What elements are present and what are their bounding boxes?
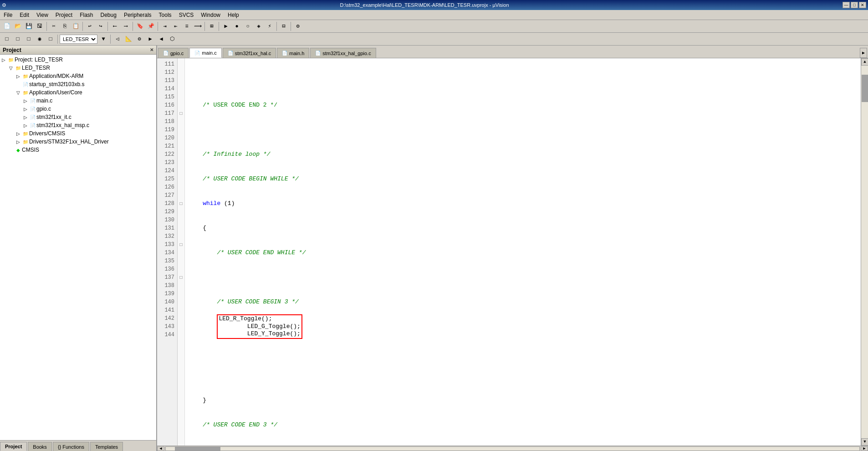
it-c-expand-icon: ▷ bbox=[22, 113, 29, 121]
tb2-btn11[interactable]: ⬡ bbox=[167, 34, 177, 44]
save-btn[interactable]: 💾 bbox=[24, 21, 34, 31]
tb2-btn8[interactable]: ⚙ bbox=[134, 34, 144, 44]
tree-label-project: Project: LED_TESR bbox=[15, 56, 156, 63]
open-btn[interactable]: 📂 bbox=[13, 21, 23, 31]
menu-item-tools[interactable]: Tools bbox=[155, 10, 175, 20]
tab-books[interactable]: Books bbox=[28, 442, 52, 451]
tb2-btn2[interactable]: □ bbox=[13, 34, 23, 44]
menu-item-help[interactable]: Help bbox=[224, 10, 243, 20]
nav-fwd-btn[interactable]: ⟶ bbox=[121, 21, 131, 31]
fold-128[interactable]: □ bbox=[178, 200, 184, 208]
vscroll-thumb[interactable] bbox=[862, 75, 868, 102]
hscroll-right[interactable]: ▶ bbox=[861, 446, 868, 451]
fold-133[interactable]: □ bbox=[178, 241, 184, 249]
format2-btn[interactable]: ⟿ bbox=[193, 21, 203, 31]
run-btn[interactable]: ● bbox=[232, 21, 242, 31]
tree-item-gpio-c[interactable]: ▷ 📄 gpio.c bbox=[0, 105, 156, 113]
format-btn[interactable]: ≡ bbox=[182, 21, 192, 31]
hscroll-left[interactable]: ◀ bbox=[157, 446, 164, 451]
minimize-button[interactable]: — bbox=[842, 2, 850, 8]
maximize-button[interactable]: □ bbox=[851, 2, 858, 8]
new-file-btn[interactable]: 📄 bbox=[2, 21, 12, 31]
tab-project[interactable]: Project bbox=[0, 442, 27, 451]
tree-item-it-c[interactable]: ▷ 📄 stm32f1xx_it.c bbox=[0, 113, 156, 121]
paste-btn[interactable]: 📋 bbox=[71, 21, 81, 31]
project-tree[interactable]: ▷ 📁 Project: LED_TESR ▽ 📁 LED_TESR ▷ 📁 A… bbox=[0, 55, 156, 440]
settings-btn[interactable]: ⚙ bbox=[293, 21, 303, 31]
vscroll-up[interactable]: ▲ bbox=[861, 58, 868, 66]
ln-144: 144 bbox=[157, 331, 177, 339]
tree-item-drivers-hal[interactable]: ▷ 📁 Drivers/STM32F1xx_HAL_Driver bbox=[0, 138, 156, 146]
menu-item-window[interactable]: Window bbox=[197, 10, 224, 20]
ln-113: 113 bbox=[157, 77, 177, 85]
tree-item-app-mdk[interactable]: ▷ 📁 Application/MDK-ARM bbox=[0, 72, 156, 80]
ln-141: 141 bbox=[157, 306, 177, 314]
tb2-btn5[interactable]: □ bbox=[46, 34, 56, 44]
menu-item-flash[interactable]: Flash bbox=[76, 10, 97, 20]
insert-btn[interactable]: ⊞ bbox=[207, 21, 217, 31]
left-panel: Project ✕ ▷ 📁 Project: LED_TESR ▽ 📁 LED_… bbox=[0, 46, 157, 451]
tree-item-msp-c[interactable]: ▷ 📄 stm32f1xx_hal_msp.c bbox=[0, 121, 156, 129]
tb2-btn7[interactable]: 📐 bbox=[123, 34, 133, 44]
tb2-btn1[interactable]: □ bbox=[2, 34, 12, 44]
target-dropdown[interactable]: ▼ bbox=[98, 34, 108, 44]
bookmark2-btn[interactable]: 📌 bbox=[146, 21, 156, 31]
tab-main-h[interactable]: 📄 main.h bbox=[277, 48, 309, 58]
fold-137[interactable]: □ bbox=[178, 273, 184, 282]
tree-item-project[interactable]: ▷ 📁 Project: LED_TESR bbox=[0, 56, 156, 64]
tree-item-cmsis[interactable]: ◆ CMSIS bbox=[0, 146, 156, 154]
fold-117[interactable]: □ bbox=[178, 109, 184, 118]
tree-label-app-mdk: Application/MDK-ARM bbox=[29, 73, 156, 79]
horizontal-scrollbar[interactable]: ◀ ▶ bbox=[157, 446, 868, 451]
nav-back-btn[interactable]: ⟵ bbox=[110, 21, 120, 31]
menu-item-debug[interactable]: Debug bbox=[97, 10, 120, 20]
tree-item-drivers-cmsis[interactable]: ▷ 📁 Drivers/CMSIS bbox=[0, 129, 156, 138]
vertical-scrollbar[interactable]: ▲ ▼ bbox=[861, 58, 868, 446]
tree-item-app-user[interactable]: ▽ 📁 Application/User/Core bbox=[0, 88, 156, 97]
redo-btn[interactable]: ↪ bbox=[96, 21, 106, 31]
menu-item-edit[interactable]: Edit bbox=[16, 10, 33, 20]
menu-item-svcs[interactable]: SVCS bbox=[175, 10, 198, 20]
window-btn[interactable]: ⊟ bbox=[279, 21, 289, 31]
tb2-btn10[interactable]: ◀ bbox=[156, 34, 166, 44]
project-panel-close[interactable]: ✕ bbox=[150, 47, 153, 52]
build-btn[interactable]: ▶ bbox=[221, 21, 231, 31]
tb2-btn6[interactable]: ◁ bbox=[112, 34, 123, 44]
tab-gpio-c[interactable]: 📄 gpio.c bbox=[158, 48, 189, 58]
save-all-btn[interactable]: 🖫 bbox=[35, 21, 45, 31]
tab-gpio-h[interactable]: 📄 stm32f1xx_hal_gpio.c bbox=[310, 48, 376, 58]
indent-btn[interactable]: ⇥ bbox=[160, 21, 170, 31]
outdent-btn[interactable]: ⇤ bbox=[171, 21, 181, 31]
hscroll-track[interactable] bbox=[165, 446, 860, 451]
tab-main-c[interactable]: 📄 main.c bbox=[189, 48, 221, 58]
menu-item-peripherals[interactable]: Peripherals bbox=[120, 10, 155, 20]
cut-btn[interactable]: ✂ bbox=[49, 21, 59, 31]
bookmark-btn[interactable]: 🔖 bbox=[135, 21, 145, 31]
tb2-btn3[interactable]: □ bbox=[24, 34, 34, 44]
tb2-btn9[interactable]: ▶ bbox=[145, 34, 155, 44]
copy-btn[interactable]: ⎘ bbox=[60, 21, 70, 31]
code-content[interactable]: /* USER CODE END 2 */ /* Infinite loop *… bbox=[185, 58, 861, 446]
close-button[interactable]: ✕ bbox=[859, 2, 866, 8]
tree-label-msp-c: stm32f1xx_hal_msp.c bbox=[36, 122, 156, 128]
vscroll-track[interactable] bbox=[861, 66, 868, 438]
main-c-expand-icon: ▷ bbox=[22, 97, 29, 104]
flash-btn[interactable]: ⚡ bbox=[265, 21, 275, 31]
tree-item-startup[interactable]: 📄 startup_stm32f103xb.s bbox=[0, 80, 156, 88]
menu-item-project[interactable]: Project bbox=[52, 10, 76, 20]
tree-item-led-tesr[interactable]: ▽ 📁 LED_TESR bbox=[0, 64, 156, 72]
hscroll-thumb[interactable] bbox=[175, 447, 220, 451]
tab-templates[interactable]: Templates bbox=[90, 442, 123, 451]
tab-functions[interactable]: {} Functions bbox=[53, 442, 89, 451]
stop-btn[interactable]: ○ bbox=[243, 21, 253, 31]
debug-btn[interactable]: ◈ bbox=[254, 21, 264, 31]
tree-item-main-c[interactable]: ▷ 📄 main.c bbox=[0, 97, 156, 105]
project-select[interactable]: LED_TESR bbox=[60, 35, 97, 44]
vscroll-down[interactable]: ▼ bbox=[861, 438, 868, 446]
menu-item-file[interactable]: File bbox=[0, 10, 16, 20]
tab-stm32hal-c[interactable]: 📄 stm32f1xx_hal.c bbox=[223, 48, 276, 58]
undo-btn[interactable]: ↩ bbox=[85, 21, 95, 31]
tb2-btn4[interactable]: ◉ bbox=[35, 34, 45, 44]
menu-item-view[interactable]: View bbox=[33, 10, 52, 20]
tabs-scroll-right[interactable]: ▶ bbox=[860, 48, 867, 58]
